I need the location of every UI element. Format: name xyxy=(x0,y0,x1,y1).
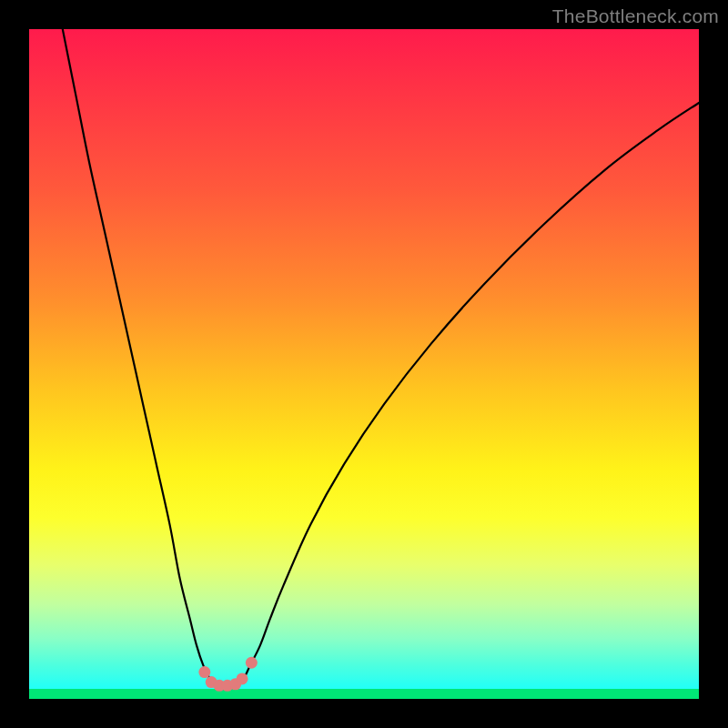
curve-layer xyxy=(29,29,699,699)
trough-marker xyxy=(246,657,258,669)
watermark-text: TheBottleneck.com xyxy=(552,5,719,27)
trough-marker xyxy=(198,666,210,678)
curve-right xyxy=(230,103,699,685)
plot-area xyxy=(29,29,699,699)
curve-left xyxy=(63,29,217,685)
chart-frame: TheBottleneck.com xyxy=(0,0,728,728)
trough-markers xyxy=(198,657,258,692)
trough-marker xyxy=(237,672,248,684)
